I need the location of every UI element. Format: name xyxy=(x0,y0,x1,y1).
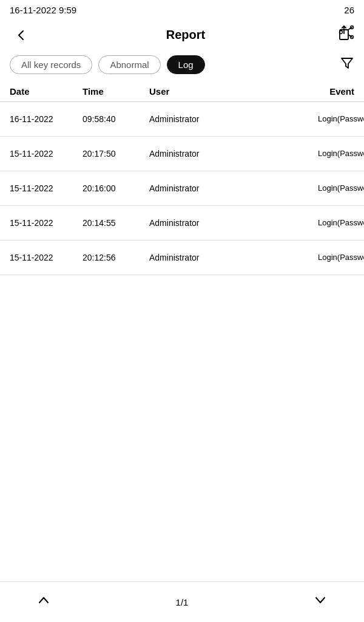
row-event-cell: Login(Password) xyxy=(318,214,354,231)
table-header: Date Time User Event xyxy=(0,81,364,102)
share-button[interactable] xyxy=(339,25,354,44)
row-event-text: Login(Password) xyxy=(318,148,364,159)
col-user: User xyxy=(149,86,318,97)
row-event-text: Login(Password) xyxy=(318,183,364,194)
down-arrow-icon xyxy=(313,593,328,607)
filter-log[interactable]: Log xyxy=(167,55,205,74)
status-battery: 26 xyxy=(344,5,354,15)
row-date: 16-11-2022 xyxy=(10,114,83,125)
row-time: 20:14:55 xyxy=(83,217,149,229)
bottom-nav: 1/1 xyxy=(0,581,364,622)
row-event-cell: Login(Password) xyxy=(318,145,354,162)
filter-icon xyxy=(340,56,354,70)
filter-all-key-records[interactable]: All key records xyxy=(10,55,92,74)
row-user: Administrator xyxy=(149,183,318,194)
col-date: Date xyxy=(10,86,83,97)
page-indicator: 1/1 xyxy=(176,597,189,607)
row-time: 20:16:00 xyxy=(83,183,149,194)
page-title: Report xyxy=(33,28,339,42)
row-time: 20:17:50 xyxy=(83,148,149,160)
svg-marker-7 xyxy=(342,58,352,68)
row-event-cell: Login(Password) xyxy=(318,111,354,128)
row-time: 20:12:56 xyxy=(83,252,149,264)
back-button[interactable] xyxy=(10,25,33,44)
table-row: 15-11-2022 20:17:50 Administrator Login(… xyxy=(0,137,364,171)
header: Report xyxy=(0,20,364,52)
row-date: 15-11-2022 xyxy=(10,148,83,160)
row-user: Administrator xyxy=(149,148,318,160)
table-row: 15-11-2022 20:14:55 Administrator Login(… xyxy=(0,206,364,241)
row-date: 15-11-2022 xyxy=(10,252,83,264)
prev-page-button[interactable] xyxy=(36,593,51,611)
status-bar: 16-11-2022 9:59 26 xyxy=(0,0,364,20)
row-date: 15-11-2022 xyxy=(10,183,83,194)
row-event-cell: Login(Password) xyxy=(318,249,354,266)
row-user: Administrator xyxy=(149,217,318,229)
row-event-text: Login(Password) xyxy=(318,252,364,263)
row-event-cell: Login(Password) xyxy=(318,180,354,197)
col-time: Time xyxy=(83,86,149,97)
row-user: Administrator xyxy=(149,114,318,125)
status-time: 16-11-2022 9:59 xyxy=(10,5,76,15)
row-event-text: Login(Password) xyxy=(318,217,364,228)
back-icon xyxy=(15,29,28,42)
share-icon xyxy=(339,25,354,41)
filter-bar: All key records Abnormal Log xyxy=(0,52,364,81)
filter-abnormal[interactable]: Abnormal xyxy=(98,55,160,74)
row-time: 09:58:40 xyxy=(83,114,149,125)
col-event: Event xyxy=(318,86,354,97)
next-page-button[interactable] xyxy=(313,593,328,611)
table-row: 15-11-2022 20:16:00 Administrator Login(… xyxy=(0,171,364,206)
table-body: 16-11-2022 09:58:40 Administrator Login(… xyxy=(0,102,364,275)
table-row: 15-11-2022 20:12:56 Administrator Login(… xyxy=(0,241,364,275)
row-date: 15-11-2022 xyxy=(10,217,83,229)
svg-point-6 xyxy=(340,31,343,34)
table-row: 16-11-2022 09:58:40 Administrator Login(… xyxy=(0,102,364,137)
row-event-text: Login(Password) xyxy=(318,114,364,125)
up-arrow-icon xyxy=(36,593,51,607)
filter-button[interactable] xyxy=(340,56,354,74)
row-user: Administrator xyxy=(149,252,318,264)
